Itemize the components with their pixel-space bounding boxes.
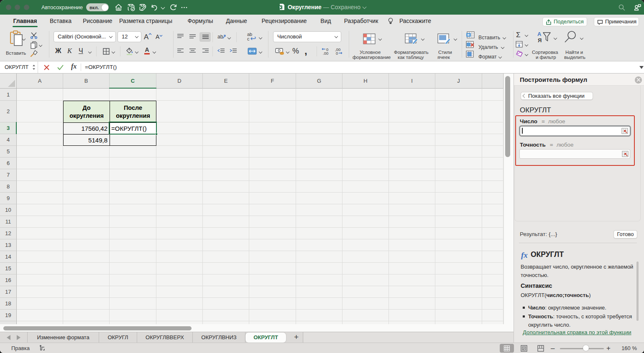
range-selector-icon[interactable]	[622, 151, 629, 157]
borders-chevron-icon[interactable]	[112, 50, 115, 53]
row-header-16[interactable]: 16	[0, 274, 17, 286]
fill-down-icon[interactable]	[516, 41, 523, 48]
column-header-J[interactable]: J	[435, 74, 482, 89]
find-select-chevron-icon[interactable]	[580, 36, 583, 40]
column-header-A[interactable]: A	[17, 74, 63, 89]
format-as-table-icon[interactable]	[405, 33, 418, 44]
fill-color-icon[interactable]	[126, 47, 133, 55]
document-title[interactable]: Округление — Сохранено	[0, 3, 644, 12]
autosum-button[interactable]: Σ	[516, 31, 521, 39]
find-select-icon[interactable]	[563, 30, 578, 44]
row-header-1[interactable]: 1	[0, 89, 17, 101]
format-as-table-label-2[interactable]: как таблицу	[398, 55, 424, 60]
cut-icon[interactable]	[30, 32, 38, 39]
column-header-H[interactable]: H	[342, 74, 389, 89]
cell-B3[interactable]: 17560,42	[63, 122, 110, 134]
font-color-icon[interactable]: А	[144, 46, 150, 55]
add-sheet-button[interactable]: +	[290, 332, 303, 343]
percent-style-button[interactable]: %	[292, 47, 299, 56]
grow-font-button[interactable]: А	[144, 33, 152, 41]
insert-cells-icon[interactable]	[466, 31, 475, 38]
row-header-15[interactable]: 15	[0, 263, 17, 274]
sort-filter-label-1[interactable]: Сортировка	[532, 50, 558, 55]
row-header-4[interactable]: 4	[0, 134, 17, 146]
ribbon-tab-9[interactable]: Разработчик	[342, 15, 380, 28]
column-header-partial[interactable]	[482, 74, 503, 89]
clear-icon[interactable]	[516, 50, 523, 57]
format-cells-icon[interactable]	[466, 51, 475, 58]
decrease-decimal-icon[interactable]: ,000	[334, 48, 343, 55]
zoom-in-button[interactable]: +	[606, 344, 611, 353]
show-all-functions-button[interactable]: Показать все функции	[521, 92, 593, 100]
column-header-F[interactable]: F	[249, 74, 296, 89]
align-left-icon[interactable]	[177, 48, 184, 54]
row-header-7[interactable]: 7	[0, 169, 17, 181]
comma-style-button[interactable]: ,	[304, 45, 307, 57]
paste-icon[interactable]	[9, 30, 23, 47]
formula-bar-expand-icon[interactable]	[639, 66, 644, 69]
copy-icon[interactable]	[31, 41, 38, 49]
align-right-icon[interactable]	[202, 48, 209, 54]
done-button[interactable]: Готово	[613, 230, 637, 239]
cell-C2[interactable]: Послеокругления	[110, 101, 156, 122]
column-header-E[interactable]: E	[203, 74, 249, 89]
search-icon[interactable]	[617, 3, 626, 12]
row-header-14[interactable]: 14	[0, 251, 17, 263]
conditional-formatting-icon[interactable]	[363, 33, 376, 44]
range-selector-icon[interactable]	[621, 128, 628, 134]
ribbon-tab-8[interactable]: Вид	[320, 15, 332, 28]
column-header-C[interactable]: C	[110, 74, 156, 89]
fill-down-chevron-icon[interactable]	[525, 43, 528, 46]
conditional-formatting-label-2[interactable]: форматирование	[353, 55, 391, 60]
delete-cells-label[interactable]: Удалить	[478, 44, 498, 50]
vertical-scrollbar-thumb[interactable]	[505, 76, 510, 157]
normal-view-button[interactable]	[500, 344, 514, 353]
insert-function-icon[interactable]: fx	[71, 63, 77, 70]
column-header-I[interactable]: I	[389, 74, 435, 89]
fill-color-chevron-icon[interactable]	[135, 50, 138, 53]
ribbon-tab-3[interactable]: Рисование	[83, 15, 105, 28]
row-header-2[interactable]: 2	[0, 101, 17, 122]
wrap-text-icon[interactable]: abc	[247, 32, 257, 41]
column-header-G[interactable]: G	[296, 74, 342, 89]
currency-icon[interactable]	[275, 47, 284, 55]
sort-filter-chevron-icon[interactable]	[554, 36, 557, 40]
merge-center-icon[interactable]	[248, 48, 257, 55]
align-middle-icon[interactable]	[189, 34, 196, 39]
format-as-table-chevron-icon[interactable]	[421, 37, 424, 41]
underline-button[interactable]: Ч	[79, 47, 83, 55]
cancel-icon[interactable]	[44, 65, 49, 70]
horizontal-scrollbar-thumb[interactable]	[3, 326, 192, 330]
insert-cells-label[interactable]: Вставить	[478, 35, 500, 41]
zoom-out-button[interactable]: –	[551, 344, 555, 353]
name-box[interactable]: ОКРУГЛТ	[0, 61, 38, 73]
row-header-19[interactable]: 19	[0, 310, 17, 321]
autosum-chevron-icon[interactable]	[525, 33, 528, 37]
font-name-select[interactable]: Calibri (Основной...	[54, 31, 116, 42]
sheet-nav-left-icon[interactable]	[7, 335, 10, 340]
row-header-11[interactable]: 11	[0, 216, 17, 228]
row-header-10[interactable]: 10	[0, 204, 17, 216]
merge-center-chevron-icon[interactable]	[259, 50, 262, 53]
format-painter-icon[interactable]	[30, 50, 38, 57]
delete-cells-icon[interactable]	[466, 41, 475, 48]
font-size-select[interactable]: 12	[118, 31, 141, 42]
cell-styles-label-1[interactable]: Стили	[438, 50, 452, 55]
select-all-corner[interactable]	[0, 74, 17, 89]
column-header-D[interactable]: D	[156, 74, 203, 89]
cell-styles-label-2[interactable]: ячеек	[437, 55, 450, 60]
name-box-stepper-icon[interactable]	[32, 63, 36, 71]
increase-indent-icon[interactable]	[230, 48, 237, 54]
ribbon-tab-2[interactable]: Вставка	[49, 15, 72, 28]
borders-icon[interactable]	[103, 48, 110, 55]
ribbon-tab-10[interactable]: Расскажите	[397, 15, 434, 28]
bold-button[interactable]: Ж	[55, 47, 61, 55]
orientation-chevron-icon[interactable]	[227, 36, 231, 39]
ribbon-tab-7[interactable]: Рецензирование	[260, 15, 309, 28]
panel-scrollbar-thumb[interactable]	[636, 262, 639, 321]
spreadsheet-grid[interactable]: ABCDEFGHIJ 12345678910111213141516171819…	[0, 74, 503, 332]
currency-chevron-icon[interactable]	[286, 50, 289, 53]
clear-chevron-icon[interactable]	[525, 53, 528, 56]
sort-filter-label-2[interactable]: и фильтр	[536, 55, 556, 60]
sheet-nav-right-icon[interactable]	[17, 335, 20, 340]
